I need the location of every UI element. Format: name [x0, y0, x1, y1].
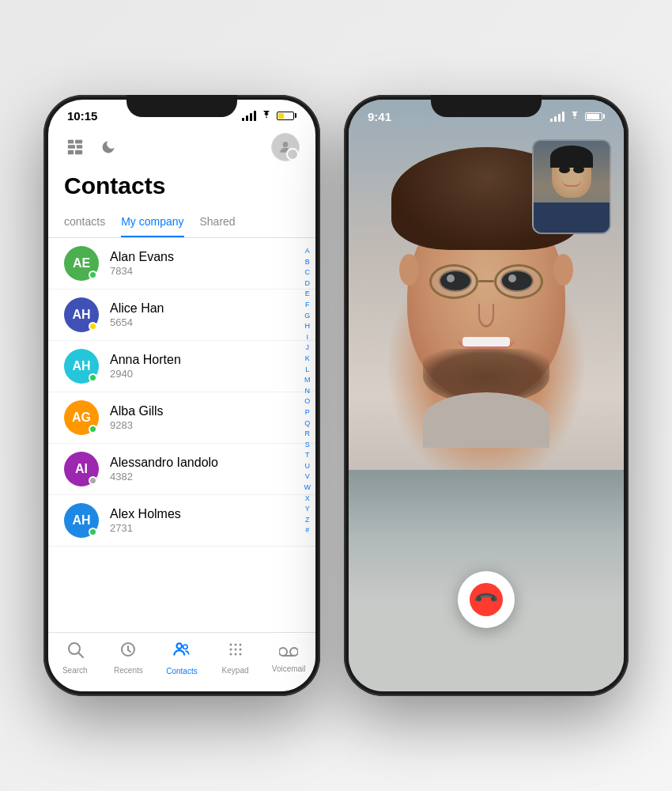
svg-point-18 — [229, 653, 232, 656]
right-ear — [553, 254, 573, 286]
glasses-bridge — [478, 280, 494, 282]
svg-point-20 — [239, 653, 241, 656]
pip-video-thumbnail[interactable] — [532, 139, 611, 234]
top-toolbar — [48, 128, 315, 166]
signal-icon-right — [550, 112, 564, 122]
contact-info-alice: Alice Han 5654 — [110, 301, 300, 328]
contact-info-alba: Alba Gills 9283 — [110, 404, 300, 431]
svg-point-12 — [229, 644, 232, 646]
status-time-right: 9:41 — [368, 110, 391, 123]
status-dot-ai — [89, 476, 97, 485]
contacts-title: Contacts — [48, 166, 315, 209]
svg-rect-4 — [68, 150, 74, 155]
tab-contacts[interactable]: contacts — [64, 209, 105, 237]
keypad-label: Keypad — [222, 666, 249, 675]
glasses-right — [494, 264, 543, 299]
avatar-anna: AH — [64, 349, 99, 384]
grid-icon[interactable] — [64, 136, 86, 158]
status-icons-left — [242, 111, 296, 121]
recents-icon — [119, 640, 138, 664]
avatar-ae: AE — [64, 246, 99, 281]
pip-eye-right — [573, 166, 584, 173]
status-dot-alba — [89, 425, 97, 433]
contacts-list[interactable]: AE Alan Evans 7834 AH — [48, 238, 315, 632]
svg-point-6 — [283, 142, 289, 147]
screen-left: 10:15 — [48, 100, 315, 691]
status-dot-anna — [89, 373, 97, 382]
svg-point-14 — [239, 644, 241, 646]
tab-shared[interactable]: Shared — [200, 209, 236, 237]
pip-person-video — [534, 141, 610, 233]
end-call-button[interactable]: 📞 — [458, 571, 515, 628]
screen-right: 9:41 — [349, 100, 624, 691]
tab-bar-voicemail[interactable]: Voicemail — [262, 642, 315, 673]
status-dot-alice — [89, 322, 97, 331]
keypad-icon — [226, 640, 245, 664]
contact-info-ae: Alan Evans 7834 — [110, 250, 300, 277]
list-item[interactable]: AH Anna Horten 2940 — [48, 341, 315, 392]
battery-icon-right — [585, 112, 605, 121]
neck-shape — [423, 392, 549, 448]
hang-up-icon: 📞 — [470, 583, 503, 616]
left-ear — [399, 254, 419, 286]
signal-icon-left — [242, 111, 256, 121]
status-icons-right — [550, 112, 605, 122]
avatar-alex-i: AI — [64, 452, 99, 486]
svg-point-19 — [234, 653, 236, 656]
list-item[interactable]: AE Alan Evans 7834 — [48, 238, 315, 290]
toolbar-left — [64, 136, 119, 158]
phone-hang-icon: 📞 — [473, 586, 500, 614]
svg-point-16 — [234, 649, 236, 651]
moon-icon[interactable] — [97, 136, 119, 158]
pip-hair — [550, 146, 593, 168]
status-bar-video: 9:41 — [349, 100, 624, 128]
voicemail-label: Voicemail — [272, 664, 306, 673]
phones-container: 10:15 — [43, 95, 629, 696]
left-phone: 10:15 — [43, 95, 320, 696]
contacts-tab-label: Contacts — [166, 667, 197, 676]
pip-eye-left — [559, 166, 570, 173]
user-avatar[interactable] — [271, 133, 300, 161]
list-item[interactable]: AH Alex Holmes 2731 — [48, 495, 315, 547]
svg-rect-1 — [75, 140, 82, 144]
pip-shirt — [534, 202, 610, 233]
notch-left — [126, 95, 237, 117]
search-icon — [66, 640, 85, 664]
glasses-left — [429, 264, 478, 299]
svg-rect-0 — [68, 140, 74, 144]
teeth — [462, 337, 510, 346]
battery-icon-left — [277, 112, 296, 120]
tab-my-company[interactable]: My company — [121, 209, 183, 237]
video-call-screen: 9:41 — [349, 100, 624, 691]
svg-point-21 — [279, 648, 287, 656]
list-item[interactable]: AI Alessandro Iandolo 4382 — [48, 444, 315, 495]
list-item[interactable]: AH Alice Han 5654 — [48, 290, 315, 341]
status-dot-alexh — [89, 528, 97, 536]
bottom-tab-bar: Search Recents — [48, 632, 315, 691]
contacts-icon — [172, 639, 192, 664]
list-item[interactable]: AG Alba Gills 9283 — [48, 392, 315, 444]
tab-bar-recents[interactable]: Recents — [102, 640, 156, 675]
alphabet-index: A B C D E F G H I J K L M N O — [304, 246, 311, 536]
svg-rect-5 — [75, 150, 82, 155]
svg-point-15 — [229, 649, 232, 651]
contact-info-anna: Anna Horten 2940 — [110, 353, 300, 380]
svg-point-11 — [183, 645, 187, 649]
svg-point-17 — [239, 649, 241, 651]
contact-info-ai: Alessandro Iandolo 4382 — [110, 456, 300, 483]
avatar-alice: AH — [64, 297, 99, 332]
search-label: Search — [62, 666, 88, 675]
wifi-icon-right — [568, 112, 581, 121]
svg-line-8 — [78, 653, 83, 658]
svg-point-13 — [234, 644, 236, 646]
avatar-alba: AG — [64, 400, 99, 435]
right-phone: 9:41 — [344, 95, 629, 696]
svg-rect-2 — [68, 145, 75, 149]
avatar-alex-h: AH — [64, 503, 99, 538]
tab-bar-contacts[interactable]: Contacts — [155, 639, 209, 676]
status-dot-ae — [89, 271, 97, 279]
contact-info-alexh: Alex Holmes 2731 — [110, 507, 300, 534]
recents-label: Recents — [114, 666, 143, 675]
tab-bar-keypad[interactable]: Keypad — [209, 640, 262, 675]
tab-bar-search[interactable]: Search — [48, 640, 102, 675]
